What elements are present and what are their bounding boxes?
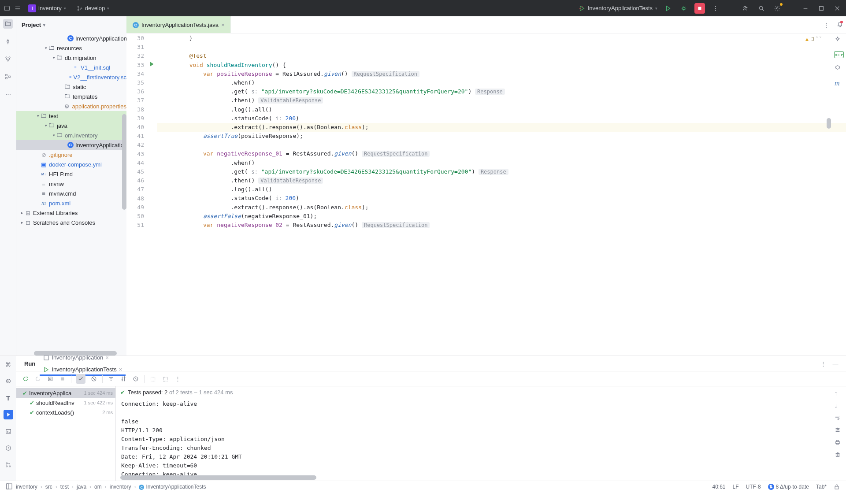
stop-tests-icon[interactable] bbox=[59, 375, 67, 383]
line-number-gutter[interactable]: 3031323334353637383940414243444546474849… bbox=[126, 33, 148, 356]
gradle-icon[interactable] bbox=[835, 64, 843, 73]
hide-panel-icon[interactable]: — bbox=[830, 358, 841, 369]
import-icon[interactable]: ⬚ bbox=[149, 375, 157, 383]
stop-button[interactable] bbox=[694, 3, 705, 14]
tree-item[interactable]: CInventoryApplication bbox=[16, 33, 126, 43]
rerun-failed-icon[interactable] bbox=[34, 375, 42, 383]
maven-icon[interactable]: m bbox=[835, 79, 843, 88]
scroll-down-icon[interactable]: ↓ bbox=[835, 402, 842, 410]
debug-button[interactable] bbox=[679, 3, 689, 14]
cursor-position[interactable]: 40:61 bbox=[712, 484, 726, 490]
toggle-auto-icon[interactable] bbox=[46, 375, 54, 383]
test-tree[interactable]: ✔InventoryApplica1 sec 424 ms✔shouldRead… bbox=[16, 386, 116, 481]
ai-assistant-icon[interactable] bbox=[835, 36, 843, 45]
editor-tab-menu-icon[interactable]: ⋮ bbox=[820, 16, 833, 33]
tree-item[interactable]: ▸⊞External Libraries bbox=[16, 208, 126, 218]
services-icon[interactable] bbox=[4, 376, 13, 386]
terminal-icon[interactable] bbox=[4, 426, 13, 436]
toolbar-more-icon[interactable]: ⋮ bbox=[174, 375, 182, 383]
tree-vertical-scrollbar[interactable] bbox=[122, 114, 126, 210]
code-with-me-icon[interactable] bbox=[740, 3, 751, 14]
tree-item[interactable]: ▸⊡Scratches and Consoles bbox=[16, 218, 126, 227]
run-button[interactable] bbox=[663, 3, 673, 14]
close-window-icon[interactable] bbox=[832, 3, 842, 14]
todo-icon[interactable]: T bbox=[4, 393, 13, 403]
tree-item[interactable]: ≡mvnw bbox=[16, 179, 126, 189]
show-ignored-icon[interactable] bbox=[90, 375, 98, 383]
console-output[interactable]: Connection: keep-alive false HTTP/1.1 20… bbox=[116, 398, 831, 481]
run-config-selector[interactable]: InventoryApplicationTests▾ bbox=[579, 5, 657, 11]
breadcrumb[interactable]: inventory›src›test›java›om›inventory›CIn… bbox=[16, 484, 206, 490]
tree-item[interactable]: CInventoryApplication bbox=[16, 140, 126, 150]
commit-tool-icon[interactable] bbox=[3, 37, 13, 46]
run-tool-icon[interactable] bbox=[4, 410, 13, 419]
run-panel-menu-icon[interactable]: ⋮ bbox=[818, 358, 828, 369]
search-icon[interactable] bbox=[756, 3, 767, 14]
tree-item[interactable]: static bbox=[16, 82, 126, 92]
show-passed-icon[interactable] bbox=[76, 374, 85, 384]
project-tree[interactable]: CInventoryApplication▾resources▾db.migra… bbox=[16, 33, 126, 356]
file-tab-active[interactable]: C InventoryApplicationTests.java × bbox=[126, 16, 231, 33]
more-actions-icon[interactable] bbox=[710, 3, 721, 14]
soft-wrap-icon[interactable] bbox=[835, 415, 842, 422]
right-tool-strip: HTTP m bbox=[832, 33, 846, 88]
editor-vertical-scrollbar[interactable] bbox=[827, 118, 831, 129]
tree-item[interactable]: ▾test bbox=[16, 111, 126, 121]
vcs-tool-icon[interactable] bbox=[3, 54, 13, 64]
tree-item[interactable]: ≡V1__init.sql bbox=[16, 63, 126, 72]
settings-icon[interactable] bbox=[772, 3, 783, 14]
branch-selector[interactable]: develop▾ bbox=[73, 4, 113, 13]
tree-item[interactable]: ≡V2__firstInventory.sc bbox=[16, 72, 126, 82]
http-client-icon[interactable]: HTTP bbox=[834, 51, 844, 58]
tree-item[interactable]: ▾resources bbox=[16, 43, 126, 53]
tree-item[interactable]: M↓HELP.md bbox=[16, 169, 126, 179]
export-icon[interactable]: ⬚ bbox=[161, 375, 169, 383]
tree-item[interactable]: ≡mvnw.cmd bbox=[16, 189, 126, 198]
git-status[interactable]: ⇅8 Δ/up-to-date bbox=[768, 484, 809, 490]
notifications-icon[interactable] bbox=[833, 16, 846, 33]
structure-tool-icon[interactable] bbox=[3, 72, 13, 82]
more-tools-icon[interactable]: ⋯ bbox=[3, 89, 13, 99]
git-tool-icon[interactable] bbox=[4, 460, 13, 470]
history-icon[interactable] bbox=[132, 375, 140, 383]
window-icon[interactable] bbox=[4, 5, 11, 12]
test-row[interactable]: ✔InventoryApplica1 sec 424 ms bbox=[16, 388, 115, 398]
tree-item[interactable]: ▾db.migration bbox=[16, 53, 126, 63]
lock-icon[interactable] bbox=[834, 484, 840, 490]
project-selector[interactable]: Iinventory▾ bbox=[25, 3, 70, 14]
tree-item[interactable]: ⚙application.properties bbox=[16, 101, 126, 111]
tree-item[interactable]: ▾java bbox=[16, 121, 126, 130]
clear-console-icon[interactable] bbox=[835, 452, 842, 460]
toolwindow-icon[interactable] bbox=[6, 483, 12, 491]
print-icon[interactable] bbox=[835, 439, 842, 447]
tree-item[interactable]: ⊘.gitignore bbox=[16, 150, 126, 159]
minimize-icon[interactable] bbox=[800, 3, 811, 14]
tree-item[interactable]: ▣docker-compose.yml bbox=[16, 159, 126, 169]
keymap-icon[interactable]: ⌘ bbox=[4, 359, 13, 369]
tree-item[interactable]: ▾om.inventory bbox=[16, 130, 126, 140]
tree-item[interactable]: mpom.xml bbox=[16, 198, 126, 208]
gutter-icons[interactable] bbox=[148, 33, 157, 356]
project-tool-icon[interactable] bbox=[3, 19, 13, 29]
scroll-up-icon[interactable]: ↑ bbox=[835, 390, 842, 398]
rerun-icon[interactable] bbox=[22, 375, 30, 383]
code-editor[interactable]: } @Test void shouldReadInventory() { var… bbox=[157, 33, 846, 356]
line-separator[interactable]: LF bbox=[733, 484, 739, 490]
maximize-icon[interactable] bbox=[816, 3, 827, 14]
tree-horizontal-scrollbar[interactable] bbox=[34, 351, 117, 356]
close-tab-icon[interactable]: × bbox=[221, 22, 225, 28]
expand-icon[interactable] bbox=[119, 375, 127, 383]
inspection-badge[interactable]: ▲3ˆˇ bbox=[804, 36, 821, 42]
indent-setting[interactable]: Tab* bbox=[816, 484, 827, 490]
project-panel-header[interactable]: Project▾ bbox=[16, 16, 126, 33]
test-row[interactable]: ✔shouldReadInv1 sec 422 ms bbox=[16, 398, 115, 408]
tree-item[interactable]: templates bbox=[16, 92, 126, 101]
file-encoding[interactable]: UTF-8 bbox=[746, 484, 761, 490]
svg-point-16 bbox=[7, 60, 8, 61]
scroll-to-end-icon[interactable] bbox=[835, 427, 842, 435]
sort-icon[interactable] bbox=[107, 375, 115, 383]
main-menu-icon[interactable] bbox=[14, 5, 21, 12]
problems-icon[interactable] bbox=[4, 443, 13, 453]
console-horizontal-scrollbar[interactable] bbox=[120, 475, 316, 480]
test-row[interactable]: ✔contextLoads()2 ms bbox=[16, 408, 115, 417]
